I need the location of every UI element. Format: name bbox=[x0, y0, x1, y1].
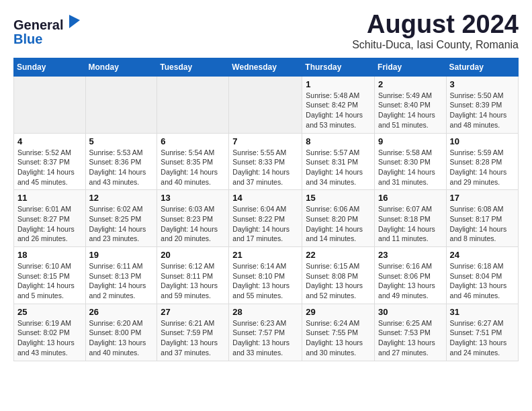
day-detail: Sunrise: 6:06 AM Sunset: 8:20 PM Dayligh… bbox=[306, 204, 371, 244]
calendar-cell: 16Sunrise: 6:07 AM Sunset: 8:18 PM Dayli… bbox=[375, 190, 447, 247]
calendar-cell: 3Sunrise: 5:50 AM Sunset: 8:39 PM Daylig… bbox=[446, 76, 518, 133]
day-detail: Sunrise: 6:08 AM Sunset: 8:17 PM Dayligh… bbox=[450, 204, 515, 244]
day-detail: Sunrise: 6:25 AM Sunset: 7:53 PM Dayligh… bbox=[378, 318, 443, 358]
calendar-cell bbox=[85, 76, 157, 133]
calendar-cell: 25Sunrise: 6:19 AM Sunset: 8:02 PM Dayli… bbox=[14, 304, 86, 361]
calendar-cell: 23Sunrise: 6:16 AM Sunset: 8:06 PM Dayli… bbox=[375, 247, 447, 304]
calendar-header-row: Sunday Monday Tuesday Wednesday Thursday… bbox=[14, 58, 519, 76]
day-detail: Sunrise: 6:12 AM Sunset: 8:11 PM Dayligh… bbox=[161, 261, 225, 301]
day-detail: Sunrise: 6:19 AM Sunset: 8:02 PM Dayligh… bbox=[17, 318, 82, 358]
day-detail: Sunrise: 6:18 AM Sunset: 8:04 PM Dayligh… bbox=[450, 261, 515, 301]
day-number: 13 bbox=[161, 193, 225, 203]
calendar-cell: 18Sunrise: 6:10 AM Sunset: 8:15 PM Dayli… bbox=[14, 247, 86, 304]
day-number: 27 bbox=[161, 307, 225, 317]
subtitle: Schitu-Duca, Iasi County, Romania bbox=[352, 39, 519, 51]
calendar-week-row: 25Sunrise: 6:19 AM Sunset: 8:02 PM Dayli… bbox=[14, 304, 519, 361]
header-wednesday: Wednesday bbox=[229, 58, 302, 76]
header-sunday: Sunday bbox=[14, 58, 86, 76]
logo-blue-text: Blue bbox=[13, 32, 81, 46]
calendar-cell: 12Sunrise: 6:02 AM Sunset: 8:25 PM Dayli… bbox=[85, 190, 157, 247]
calendar-week-row: 11Sunrise: 6:01 AM Sunset: 8:27 PM Dayli… bbox=[14, 190, 519, 247]
calendar-week-row: 4Sunrise: 5:52 AM Sunset: 8:37 PM Daylig… bbox=[14, 133, 519, 190]
day-number: 11 bbox=[17, 193, 82, 203]
day-number: 5 bbox=[89, 136, 154, 146]
day-number: 7 bbox=[232, 136, 298, 146]
day-number: 1 bbox=[306, 79, 371, 89]
day-number: 12 bbox=[89, 193, 154, 203]
calendar-cell: 2Sunrise: 5:49 AM Sunset: 8:40 PM Daylig… bbox=[375, 76, 447, 133]
day-number: 9 bbox=[378, 136, 443, 146]
day-number: 4 bbox=[17, 136, 82, 146]
header-tuesday: Tuesday bbox=[157, 58, 229, 76]
day-detail: Sunrise: 5:59 AM Sunset: 8:28 PM Dayligh… bbox=[450, 148, 515, 187]
calendar-cell: 26Sunrise: 6:20 AM Sunset: 8:00 PM Dayli… bbox=[85, 304, 157, 361]
logo-general-text: General bbox=[13, 17, 63, 32]
header-monday: Monday bbox=[85, 58, 157, 76]
svg-marker-0 bbox=[69, 15, 80, 28]
day-number: 3 bbox=[450, 79, 515, 89]
title-block: August 2024 Schitu-Duca, Iasi County, Ro… bbox=[352, 11, 519, 51]
calendar-cell: 22Sunrise: 6:15 AM Sunset: 8:08 PM Dayli… bbox=[302, 247, 375, 304]
calendar-cell: 17Sunrise: 6:08 AM Sunset: 8:17 PM Dayli… bbox=[446, 190, 518, 247]
day-detail: Sunrise: 6:03 AM Sunset: 8:23 PM Dayligh… bbox=[161, 204, 225, 244]
day-number: 14 bbox=[232, 193, 298, 203]
calendar-cell: 13Sunrise: 6:03 AM Sunset: 8:23 PM Dayli… bbox=[157, 190, 229, 247]
day-detail: Sunrise: 6:20 AM Sunset: 8:00 PM Dayligh… bbox=[89, 318, 154, 358]
calendar-week-row: 1Sunrise: 5:48 AM Sunset: 8:42 PM Daylig… bbox=[14, 76, 519, 133]
day-detail: Sunrise: 6:07 AM Sunset: 8:18 PM Dayligh… bbox=[378, 204, 443, 244]
day-detail: Sunrise: 5:54 AM Sunset: 8:35 PM Dayligh… bbox=[161, 148, 225, 187]
header-saturday: Saturday bbox=[446, 58, 518, 76]
calendar-cell: 8Sunrise: 5:57 AM Sunset: 8:31 PM Daylig… bbox=[302, 133, 375, 190]
day-detail: Sunrise: 6:01 AM Sunset: 8:27 PM Dayligh… bbox=[17, 204, 82, 244]
header-friday: Friday bbox=[375, 58, 447, 76]
day-number: 29 bbox=[306, 307, 371, 317]
calendar-cell: 11Sunrise: 6:01 AM Sunset: 8:27 PM Dayli… bbox=[14, 190, 86, 247]
day-number: 23 bbox=[378, 250, 443, 260]
calendar-cell: 19Sunrise: 6:11 AM Sunset: 8:13 PM Dayli… bbox=[85, 247, 157, 304]
calendar-cell: 15Sunrise: 6:06 AM Sunset: 8:20 PM Dayli… bbox=[302, 190, 375, 247]
day-number: 20 bbox=[161, 250, 225, 260]
day-detail: Sunrise: 5:58 AM Sunset: 8:30 PM Dayligh… bbox=[378, 148, 443, 187]
calendar-cell bbox=[157, 76, 229, 133]
day-detail: Sunrise: 6:27 AM Sunset: 7:51 PM Dayligh… bbox=[450, 318, 515, 358]
day-detail: Sunrise: 5:57 AM Sunset: 8:31 PM Dayligh… bbox=[306, 148, 371, 187]
calendar-cell: 7Sunrise: 5:55 AM Sunset: 8:33 PM Daylig… bbox=[229, 133, 302, 190]
day-detail: Sunrise: 6:16 AM Sunset: 8:06 PM Dayligh… bbox=[378, 261, 443, 301]
day-detail: Sunrise: 5:55 AM Sunset: 8:33 PM Dayligh… bbox=[232, 148, 298, 187]
day-number: 16 bbox=[378, 193, 443, 203]
day-number: 21 bbox=[232, 250, 298, 260]
day-number: 26 bbox=[89, 307, 154, 317]
calendar-cell: 10Sunrise: 5:59 AM Sunset: 8:28 PM Dayli… bbox=[446, 133, 518, 190]
day-number: 15 bbox=[306, 193, 371, 203]
day-detail: Sunrise: 6:15 AM Sunset: 8:08 PM Dayligh… bbox=[306, 261, 371, 301]
calendar-cell: 5Sunrise: 5:53 AM Sunset: 8:36 PM Daylig… bbox=[85, 133, 157, 190]
day-detail: Sunrise: 6:14 AM Sunset: 8:10 PM Dayligh… bbox=[232, 261, 298, 301]
calendar-cell: 6Sunrise: 5:54 AM Sunset: 8:35 PM Daylig… bbox=[157, 133, 229, 190]
day-detail: Sunrise: 6:10 AM Sunset: 8:15 PM Dayligh… bbox=[17, 261, 82, 301]
logo-flag-icon bbox=[68, 13, 81, 30]
day-number: 6 bbox=[161, 136, 225, 146]
calendar-cell: 24Sunrise: 6:18 AM Sunset: 8:04 PM Dayli… bbox=[446, 247, 518, 304]
logo: General Blue bbox=[13, 13, 81, 46]
day-detail: Sunrise: 6:04 AM Sunset: 8:22 PM Dayligh… bbox=[232, 204, 298, 244]
calendar-cell: 20Sunrise: 6:12 AM Sunset: 8:11 PM Dayli… bbox=[157, 247, 229, 304]
day-number: 25 bbox=[17, 307, 82, 317]
calendar-cell: 27Sunrise: 6:21 AM Sunset: 7:59 PM Dayli… bbox=[157, 304, 229, 361]
calendar-cell: 9Sunrise: 5:58 AM Sunset: 8:30 PM Daylig… bbox=[375, 133, 447, 190]
day-number: 2 bbox=[378, 79, 443, 89]
day-number: 19 bbox=[89, 250, 154, 260]
page-header: General Blue August 2024 Schitu-Duca, Ia… bbox=[13, 11, 519, 51]
day-detail: Sunrise: 6:11 AM Sunset: 8:13 PM Dayligh… bbox=[89, 261, 154, 301]
day-detail: Sunrise: 5:50 AM Sunset: 8:39 PM Dayligh… bbox=[450, 91, 515, 130]
day-number: 30 bbox=[378, 307, 443, 317]
day-detail: Sunrise: 5:49 AM Sunset: 8:40 PM Dayligh… bbox=[378, 91, 443, 130]
day-number: 24 bbox=[450, 250, 515, 260]
day-detail: Sunrise: 5:53 AM Sunset: 8:36 PM Dayligh… bbox=[89, 148, 154, 187]
calendar-cell: 29Sunrise: 6:24 AM Sunset: 7:55 PM Dayli… bbox=[302, 304, 375, 361]
day-number: 10 bbox=[450, 136, 515, 146]
day-detail: Sunrise: 6:24 AM Sunset: 7:55 PM Dayligh… bbox=[306, 318, 371, 358]
calendar-cell: 14Sunrise: 6:04 AM Sunset: 8:22 PM Dayli… bbox=[229, 190, 302, 247]
calendar-cell: 28Sunrise: 6:23 AM Sunset: 7:57 PM Dayli… bbox=[229, 304, 302, 361]
day-number: 18 bbox=[17, 250, 82, 260]
calendar-cell: 4Sunrise: 5:52 AM Sunset: 8:37 PM Daylig… bbox=[14, 133, 86, 190]
